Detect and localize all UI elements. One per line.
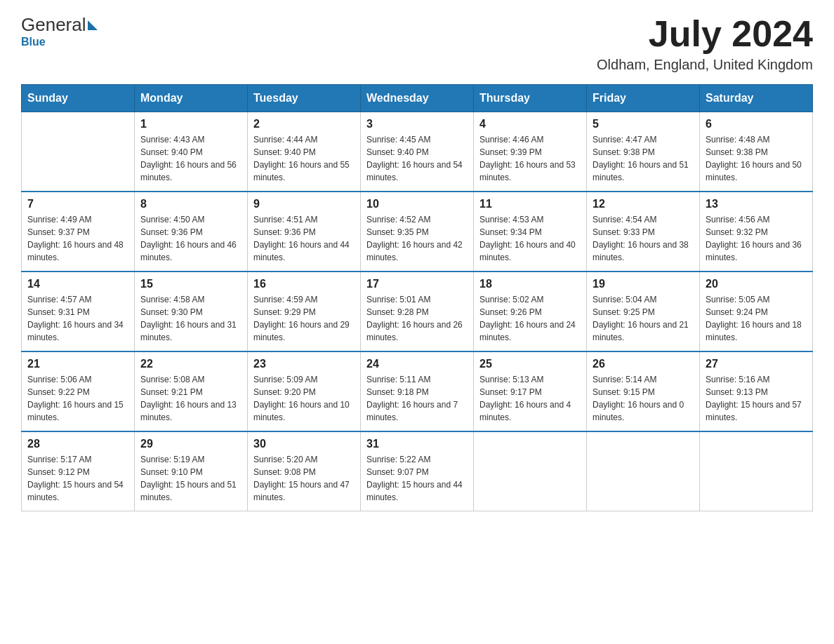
- day-number: 31: [366, 438, 468, 450]
- calendar-week-row: 1Sunrise: 4:43 AMSunset: 9:40 PMDaylight…: [22, 112, 813, 192]
- day-info: Sunrise: 5:13 AMSunset: 9:17 PMDaylight:…: [479, 373, 581, 424]
- calendar-cell: 2Sunrise: 4:44 AMSunset: 9:40 PMDaylight…: [248, 112, 361, 192]
- calendar-cell: 12Sunrise: 4:54 AMSunset: 9:33 PMDayligh…: [587, 192, 700, 271]
- calendar-cell: 21Sunrise: 5:06 AMSunset: 9:22 PMDayligh…: [22, 351, 135, 431]
- day-info: Sunrise: 4:45 AMSunset: 9:40 PMDaylight:…: [366, 133, 468, 184]
- column-header-sunday: Sunday: [22, 85, 135, 112]
- day-number: 17: [366, 278, 468, 290]
- column-header-wednesday: Wednesday: [361, 85, 474, 112]
- day-number: 9: [253, 198, 355, 210]
- day-number: 5: [593, 118, 694, 130]
- logo-blue-text: Blue: [21, 36, 46, 48]
- day-info: Sunrise: 5:04 AMSunset: 9:25 PMDaylight:…: [593, 293, 694, 344]
- day-info: Sunrise: 4:59 AMSunset: 9:29 PMDaylight:…: [253, 293, 355, 344]
- day-number: 8: [140, 198, 241, 210]
- day-info: Sunrise: 4:47 AMSunset: 9:38 PMDaylight:…: [593, 133, 694, 184]
- day-number: 10: [366, 198, 468, 210]
- day-number: 25: [479, 358, 581, 370]
- day-info: Sunrise: 4:46 AMSunset: 9:39 PMDaylight:…: [479, 133, 581, 184]
- month-title: July 2024: [597, 14, 813, 54]
- day-info: Sunrise: 5:09 AMSunset: 9:20 PMDaylight:…: [253, 373, 355, 424]
- day-number: 4: [479, 118, 581, 130]
- day-info: Sunrise: 4:58 AMSunset: 9:30 PMDaylight:…: [140, 293, 241, 344]
- day-info: Sunrise: 4:54 AMSunset: 9:33 PMDaylight:…: [593, 213, 694, 264]
- location-text: Oldham, England, United Kingdom: [597, 57, 813, 73]
- header-row: SundayMondayTuesdayWednesdayThursdayFrid…: [22, 85, 813, 112]
- calendar-cell: 29Sunrise: 5:19 AMSunset: 9:10 PMDayligh…: [135, 431, 248, 511]
- calendar-cell: 19Sunrise: 5:04 AMSunset: 9:25 PMDayligh…: [587, 271, 700, 351]
- calendar-cell: 22Sunrise: 5:08 AMSunset: 9:21 PMDayligh…: [135, 351, 248, 431]
- day-number: 28: [27, 438, 128, 450]
- day-number: 7: [27, 198, 128, 210]
- calendar-cell: 6Sunrise: 4:48 AMSunset: 9:38 PMDaylight…: [700, 112, 813, 192]
- calendar-week-row: 21Sunrise: 5:06 AMSunset: 9:22 PMDayligh…: [22, 351, 813, 431]
- calendar-cell: 14Sunrise: 4:57 AMSunset: 9:31 PMDayligh…: [22, 271, 135, 351]
- calendar-week-row: 14Sunrise: 4:57 AMSunset: 9:31 PMDayligh…: [22, 271, 813, 351]
- calendar-cell: 23Sunrise: 5:09 AMSunset: 9:20 PMDayligh…: [248, 351, 361, 431]
- column-header-monday: Monday: [135, 85, 248, 112]
- day-info: Sunrise: 5:01 AMSunset: 9:28 PMDaylight:…: [366, 293, 468, 344]
- day-info: Sunrise: 5:11 AMSunset: 9:18 PMDaylight:…: [366, 373, 468, 424]
- day-info: Sunrise: 4:52 AMSunset: 9:35 PMDaylight:…: [366, 213, 468, 264]
- day-number: 11: [479, 198, 581, 210]
- day-number: 22: [140, 358, 241, 370]
- day-info: Sunrise: 5:06 AMSunset: 9:22 PMDaylight:…: [27, 373, 128, 424]
- calendar-cell: 9Sunrise: 4:51 AMSunset: 9:36 PMDaylight…: [248, 192, 361, 271]
- day-number: 24: [366, 358, 468, 370]
- calendar-body: 1Sunrise: 4:43 AMSunset: 9:40 PMDaylight…: [22, 112, 813, 511]
- calendar-cell: 8Sunrise: 4:50 AMSunset: 9:36 PMDaylight…: [135, 192, 248, 271]
- day-info: Sunrise: 5:02 AMSunset: 9:26 PMDaylight:…: [479, 293, 581, 344]
- logo: General Blue: [21, 14, 98, 48]
- day-info: Sunrise: 4:48 AMSunset: 9:38 PMDaylight:…: [706, 133, 807, 184]
- day-number: 12: [593, 198, 694, 210]
- column-header-thursday: Thursday: [474, 85, 587, 112]
- calendar-cell: 18Sunrise: 5:02 AMSunset: 9:26 PMDayligh…: [474, 271, 587, 351]
- calendar-header: SundayMondayTuesdayWednesdayThursdayFrid…: [22, 85, 813, 112]
- logo-arrow-icon: [88, 20, 98, 30]
- day-number: 16: [253, 278, 355, 290]
- logo-general-text: General: [21, 14, 86, 36]
- day-number: 1: [140, 118, 241, 130]
- calendar-cell: [22, 112, 135, 192]
- calendar-week-row: 28Sunrise: 5:17 AMSunset: 9:12 PMDayligh…: [22, 431, 813, 511]
- day-info: Sunrise: 5:22 AMSunset: 9:07 PMDaylight:…: [366, 453, 468, 504]
- calendar-cell: 16Sunrise: 4:59 AMSunset: 9:29 PMDayligh…: [248, 271, 361, 351]
- day-number: 3: [366, 118, 468, 130]
- day-info: Sunrise: 4:49 AMSunset: 9:37 PMDaylight:…: [27, 213, 128, 264]
- day-number: 27: [706, 358, 807, 370]
- day-info: Sunrise: 5:19 AMSunset: 9:10 PMDaylight:…: [140, 453, 241, 504]
- calendar-cell: 25Sunrise: 5:13 AMSunset: 9:17 PMDayligh…: [474, 351, 587, 431]
- calendar-cell: [700, 431, 813, 511]
- day-info: Sunrise: 4:50 AMSunset: 9:36 PMDaylight:…: [140, 213, 241, 264]
- day-info: Sunrise: 5:16 AMSunset: 9:13 PMDaylight:…: [706, 373, 807, 424]
- day-info: Sunrise: 4:51 AMSunset: 9:36 PMDaylight:…: [253, 213, 355, 264]
- day-number: 18: [479, 278, 581, 290]
- calendar-cell: 24Sunrise: 5:11 AMSunset: 9:18 PMDayligh…: [361, 351, 474, 431]
- column-header-saturday: Saturday: [700, 85, 813, 112]
- day-number: 15: [140, 278, 241, 290]
- calendar-cell: 15Sunrise: 4:58 AMSunset: 9:30 PMDayligh…: [135, 271, 248, 351]
- calendar-cell: [474, 431, 587, 511]
- day-number: 29: [140, 438, 241, 450]
- calendar-cell: 3Sunrise: 4:45 AMSunset: 9:40 PMDaylight…: [361, 112, 474, 192]
- calendar-cell: 28Sunrise: 5:17 AMSunset: 9:12 PMDayligh…: [22, 431, 135, 511]
- column-header-tuesday: Tuesday: [248, 85, 361, 112]
- column-header-friday: Friday: [587, 85, 700, 112]
- calendar-cell: 26Sunrise: 5:14 AMSunset: 9:15 PMDayligh…: [587, 351, 700, 431]
- calendar-cell: 10Sunrise: 4:52 AMSunset: 9:35 PMDayligh…: [361, 192, 474, 271]
- day-info: Sunrise: 4:53 AMSunset: 9:34 PMDaylight:…: [479, 213, 581, 264]
- day-info: Sunrise: 4:44 AMSunset: 9:40 PMDaylight:…: [253, 133, 355, 184]
- day-number: 23: [253, 358, 355, 370]
- calendar-cell: 20Sunrise: 5:05 AMSunset: 9:24 PMDayligh…: [700, 271, 813, 351]
- calendar-cell: 13Sunrise: 4:56 AMSunset: 9:32 PMDayligh…: [700, 192, 813, 271]
- calendar-cell: 5Sunrise: 4:47 AMSunset: 9:38 PMDaylight…: [587, 112, 700, 192]
- calendar-cell: 4Sunrise: 4:46 AMSunset: 9:39 PMDaylight…: [474, 112, 587, 192]
- calendar-cell: 31Sunrise: 5:22 AMSunset: 9:07 PMDayligh…: [361, 431, 474, 511]
- calendar-cell: 7Sunrise: 4:49 AMSunset: 9:37 PMDaylight…: [22, 192, 135, 271]
- calendar-cell: 11Sunrise: 4:53 AMSunset: 9:34 PMDayligh…: [474, 192, 587, 271]
- day-number: 19: [593, 278, 694, 290]
- day-number: 30: [253, 438, 355, 450]
- title-block: July 2024 Oldham, England, United Kingdo…: [597, 14, 813, 73]
- day-number: 14: [27, 278, 128, 290]
- day-number: 26: [593, 358, 694, 370]
